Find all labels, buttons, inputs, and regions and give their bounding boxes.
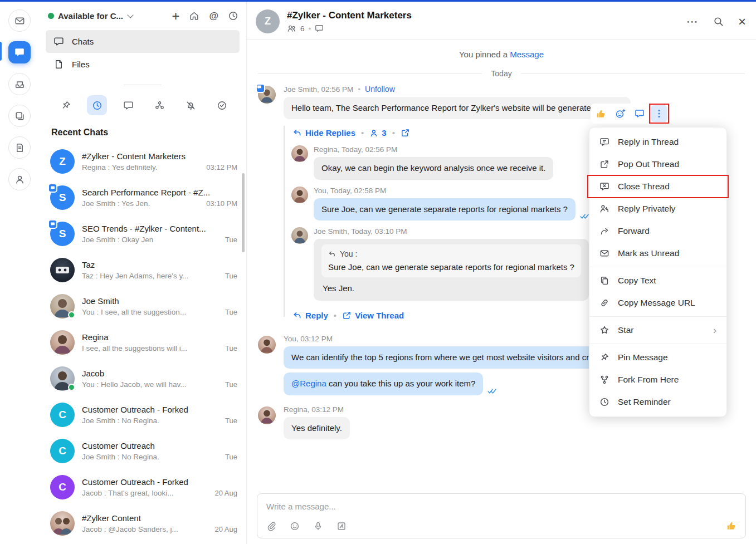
chevron-right-icon: › <box>713 325 716 336</box>
members-icon[interactable] <box>287 24 296 33</box>
history-icon[interactable] <box>228 11 238 21</box>
mic-icon[interactable] <box>313 521 323 531</box>
reply-in-thread-icon[interactable] <box>631 105 648 122</box>
muted-filter-icon[interactable] <box>181 95 201 115</box>
chat-list-item-seo-trends[interactable]: S SEO Trends - #Zylker - Content... Joe … <box>39 215 246 252</box>
recent-filter-icon[interactable] <box>87 95 107 115</box>
chat-time: Tue <box>225 416 237 425</box>
recent-chats-heading: Recent Chats <box>39 119 246 143</box>
chats-icon[interactable] <box>8 41 31 63</box>
popout-icon <box>342 311 352 320</box>
mail-icon[interactable] <box>8 9 31 32</box>
menu-item-forward[interactable]: Forward <box>589 220 726 242</box>
copy-text-icon <box>599 276 609 286</box>
menu-item-close-thread[interactable]: Close Thread <box>589 175 726 198</box>
chat-list-item-zylker-content[interactable]: #Zylker Content Jacob : @Jacob Sanders, … <box>39 505 246 541</box>
chat-list-item-customer-outreach[interactable]: C Customer Outreach Joe Smith : No Regin… <box>39 433 246 469</box>
chat-time: Tue <box>225 236 237 244</box>
notes-icon[interactable] <box>8 136 31 159</box>
format-icon[interactable] <box>336 521 347 531</box>
message-bubble[interactable]: You : Sure Joe, can we generate separate… <box>314 239 589 301</box>
chat-list-item-customer-outreach-forked-1[interactable]: C Customer Outreach - Forked Joe Smith :… <box>39 396 246 433</box>
reply-privately-icon <box>599 204 609 214</box>
add-reaction-icon[interactable] <box>612 105 628 122</box>
menu-item-pop-out-thread[interactable]: Pop Out Thread <box>589 153 726 175</box>
thumbs-up-icon[interactable] <box>592 105 609 122</box>
open-thread-popout-icon[interactable] <box>401 128 410 138</box>
hide-replies-link[interactable]: Hide Replies <box>292 128 355 138</box>
sidebar-item-label: Files <box>72 60 90 69</box>
menu-item-mark-as-unread[interactable]: Mark as Unread <box>589 242 726 264</box>
chat-preview: Joe Smith : Yes Jen. <box>82 199 201 208</box>
menu-item-label: Pin Message <box>618 352 668 362</box>
sidebar-nav: Chats Files <box>39 27 246 76</box>
threads-icon[interactable] <box>315 24 324 33</box>
chat-list-item-joe-smith[interactable]: Joe Smith You : I see, all the suggestio… <box>39 288 246 324</box>
message-bubble[interactable]: Okay, we can begin the keyword analysis … <box>314 157 553 179</box>
menu-item-label: Pop Out Thread <box>618 159 679 169</box>
mailbox-icon[interactable] <box>8 73 31 95</box>
sidebar-scrollbar[interactable] <box>242 173 245 252</box>
chat-list-item-zylker-content-marketers[interactable]: Z #Zylker - Content Marketers Regina : Y… <box>39 143 246 179</box>
chat-list-item-customer-outreach-forked-2[interactable]: C Customer Outreach - Forked Jacob : Tha… <box>39 469 246 505</box>
pinned-message-link[interactable]: Message <box>510 50 544 59</box>
quoted-message[interactable]: You : Sure Joe, can we generate separate… <box>321 244 581 277</box>
user-mention[interactable]: @Regina <box>291 379 326 388</box>
sidebar-item-files[interactable]: Files <box>46 53 240 76</box>
menu-item-label: Reply Privately <box>618 204 675 214</box>
home-icon[interactable] <box>189 11 199 21</box>
person-icon <box>369 129 378 138</box>
more-options-icon[interactable] <box>651 105 667 122</box>
menu-item-set-reminder[interactable]: Set Reminder <box>589 391 726 413</box>
attachment-icon[interactable] <box>266 521 276 531</box>
thread-badge-icon <box>48 183 57 193</box>
status-label[interactable]: Available for C... <box>58 11 123 21</box>
sidebar-item-chats[interactable]: Chats <box>46 30 240 53</box>
chat-time: Tue <box>225 308 237 316</box>
thread-followers[interactable]: 3 <box>369 128 386 138</box>
online-status-dot <box>68 384 75 391</box>
avatar: Z <box>50 149 75 174</box>
pin-filter-icon[interactable] <box>56 95 76 115</box>
menu-item-label: Close Thread <box>618 182 670 192</box>
menu-item-label: Copy Message URL <box>618 298 695 308</box>
unfollow-link[interactable]: Unfollow <box>365 85 395 94</box>
message-bubble[interactable]: Hello team, The Search Performance Repor… <box>284 97 631 119</box>
menu-item-reply-privately[interactable]: Reply Privately <box>589 198 726 220</box>
thumbs-up-icon[interactable] <box>726 521 737 531</box>
chat-name: Customer Outreach <box>82 441 237 450</box>
emoji-icon[interactable] <box>290 521 300 531</box>
menu-item-copy-message-url[interactable]: Copy Message URL <box>589 292 726 314</box>
chat-list-item-jacob[interactable]: Jacob You : Hello Jacob, we will hav...T… <box>39 360 246 396</box>
chat-list-item-taz[interactable]: Taz Taz : Hey Jen Adams, here's y...Tue <box>39 252 246 288</box>
menu-item-fork-from-here[interactable]: Fork From Here <box>589 369 726 391</box>
message-input[interactable] <box>266 502 737 511</box>
chevron-down-icon[interactable] <box>127 12 133 18</box>
chat-preview: You : I see, all the suggestion... <box>82 308 220 316</box>
contacts-icon[interactable] <box>8 168 31 190</box>
channels-icon[interactable] <box>8 105 31 127</box>
chat-name: Jacob <box>82 369 237 378</box>
menu-item-copy-text[interactable]: Copy Text <box>589 269 726 292</box>
chat-name: Taz <box>82 260 237 269</box>
chat-list-item-search-performance-report[interactable]: S Search Performance Report - #Z... Joe … <box>39 179 246 215</box>
view-thread-link[interactable]: View Thread <box>342 311 404 320</box>
menu-item-star[interactable]: Star › <box>589 319 726 341</box>
message-bubble[interactable]: @Regina can you take this up as your wor… <box>284 373 483 395</box>
chat-list-item-regina[interactable]: Regina I see, all the suggestions will i… <box>39 324 246 360</box>
reminder-icon <box>599 397 609 407</box>
status-bar: Available for C... + @ <box>39 8 246 27</box>
chat-preview: You : Hello Jacob, we will hav... <box>82 380 220 389</box>
teams-filter-icon[interactable] <box>149 95 169 115</box>
avatar: C <box>50 439 75 463</box>
menu-item-reply-in-thread[interactable]: Reply in Thread <box>589 131 726 153</box>
reply-link[interactable]: Reply <box>292 311 328 320</box>
chats-filter-icon[interactable] <box>118 95 138 115</box>
menu-item-label: Copy Text <box>618 276 656 286</box>
message-bubble[interactable]: Yes definitely. <box>284 417 350 439</box>
message-bubble[interactable]: Sure Joe, can we generate separate repor… <box>314 198 575 220</box>
search-icon[interactable] <box>713 16 724 27</box>
fork-icon <box>599 375 609 385</box>
scheduled-filter-icon[interactable] <box>212 95 232 115</box>
menu-item-pin-message[interactable]: Pin Message <box>589 346 726 369</box>
